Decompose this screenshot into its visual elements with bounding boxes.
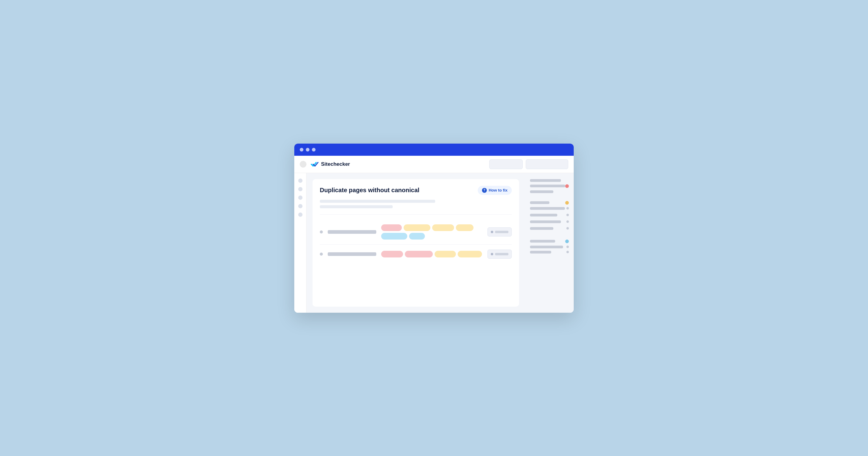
rs-mini-dot-1	[566, 207, 569, 209]
rs-mini-dot-6	[566, 251, 569, 253]
rs-item-2-4	[530, 220, 569, 223]
rs-mini-dot-2	[566, 214, 569, 216]
how-to-fix-button[interactable]: ? How to fix	[478, 186, 512, 195]
rs-bar-2-1	[530, 201, 550, 204]
tag-2-4	[458, 251, 482, 257]
sitechecker-logo-icon	[311, 161, 318, 167]
row-indicator-1	[320, 230, 323, 233]
tags-area-2	[381, 251, 483, 257]
description-skeleton	[320, 200, 512, 208]
rs-indicator-red	[565, 184, 569, 188]
tag-1-4	[456, 224, 473, 231]
rs-item-2-3	[530, 214, 569, 217]
nav-icon	[300, 161, 306, 168]
right-sidebar	[525, 173, 574, 313]
rs-item-2-1	[530, 201, 569, 205]
sidebar-item-4[interactable]	[298, 204, 303, 208]
row-url-2	[328, 252, 376, 256]
rs-section-3	[530, 239, 569, 256]
window-dot-3	[312, 148, 315, 152]
sidebar-item-5[interactable]	[298, 213, 303, 217]
rs-bar-1-3	[530, 190, 553, 193]
tag-1-6	[409, 233, 425, 239]
separator-1	[320, 214, 512, 215]
rs-bar-2-2	[530, 207, 565, 210]
rs-item-2-5	[530, 227, 569, 230]
rs-mini-bars	[530, 207, 569, 232]
rs-item-1-1	[530, 179, 569, 182]
rs-item-1-2	[530, 184, 569, 188]
window-dot-1	[300, 148, 303, 152]
tag-1-5	[381, 233, 407, 239]
sidebar-item-2[interactable]	[298, 187, 303, 191]
tag-2-3	[435, 251, 456, 257]
logo-text: Sitechecker	[321, 161, 350, 167]
row-action-btn-2[interactable]	[488, 250, 512, 259]
rs-section-1	[530, 179, 569, 196]
rs-item-3-1	[530, 239, 569, 243]
tag-1-2	[404, 224, 430, 231]
rs-mini-dot-4	[566, 227, 569, 230]
rs-item-2-2	[530, 207, 569, 210]
table-row	[320, 220, 512, 245]
rs-bar-2-3	[530, 214, 557, 217]
sidebar-item-1[interactable]	[298, 178, 303, 183]
browser-titlebar	[294, 143, 574, 156]
rs-bar-1-1	[530, 179, 561, 182]
rs-indicator-yellow	[565, 201, 569, 205]
rs-bar-3-3	[530, 251, 551, 254]
logo-area: Sitechecker	[311, 161, 489, 167]
how-to-fix-label: How to fix	[489, 188, 507, 193]
browser-body: Duplicate pages without canonical ? How …	[294, 173, 574, 313]
tags-area-1	[381, 224, 483, 239]
action-dot-2	[491, 253, 493, 255]
toolbar-buttons	[489, 159, 568, 169]
rs-item-3-3	[530, 251, 569, 254]
main-content: Duplicate pages without canonical ? How …	[306, 173, 525, 313]
rs-item-1-3	[530, 190, 569, 193]
action-bar-1	[495, 231, 508, 233]
rs-bar-3-1	[530, 240, 555, 242]
tag-2-1	[381, 251, 403, 257]
rs-mini-dot-5	[566, 246, 569, 248]
browser-window: Sitechecker Duplicate pages without cano…	[294, 143, 574, 313]
rs-mini-dot-3	[566, 220, 569, 223]
row-indicator-2	[320, 253, 323, 256]
rs-indicator-blue	[565, 239, 569, 243]
left-sidebar	[294, 173, 306, 313]
sidebar-item-3[interactable]	[298, 196, 303, 200]
rs-bar-2-5	[530, 227, 553, 230]
rs-bar-3-2	[530, 246, 563, 248]
card-header: Duplicate pages without canonical ? How …	[320, 186, 512, 195]
row-action-btn-1[interactable]	[488, 227, 512, 236]
content-card: Duplicate pages without canonical ? How …	[312, 179, 519, 306]
row-url-1	[328, 230, 376, 234]
rs-bar-2-4	[530, 220, 561, 223]
toolbar-button-1[interactable]	[489, 159, 523, 169]
desc-bar-1	[320, 200, 435, 203]
card-title: Duplicate pages without canonical	[320, 187, 420, 194]
question-icon: ?	[482, 188, 487, 193]
rs-bar-1-2	[530, 185, 565, 187]
browser-toolbar: Sitechecker	[294, 156, 574, 173]
table-row	[320, 245, 512, 263]
desc-bar-2	[320, 205, 393, 208]
action-bar-2	[495, 253, 508, 255]
rs-item-3-2	[530, 246, 569, 248]
tag-1-1	[381, 224, 402, 231]
action-dot-1	[491, 231, 493, 233]
toolbar-button-2[interactable]	[526, 159, 568, 169]
window-dot-2	[306, 148, 309, 152]
rs-section-2	[530, 201, 569, 234]
tag-1-3	[432, 224, 454, 231]
tag-2-2	[405, 251, 433, 257]
